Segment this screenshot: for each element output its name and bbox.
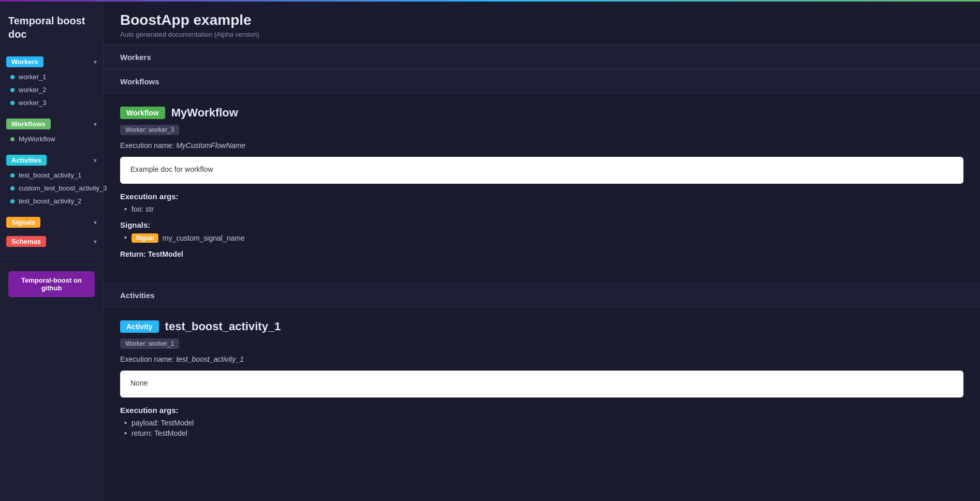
- activities-section-header: Activities: [104, 283, 980, 307]
- workflow-name: MyWorkflow: [171, 106, 238, 120]
- sidebar-item-label: worker_3: [19, 99, 46, 107]
- sidebar-badge-activities: Activities: [6, 155, 47, 166]
- dot-icon: [10, 173, 14, 178]
- main-content: BoostApp example Auto generated document…: [104, 2, 980, 501]
- activity-doc-box: None: [120, 371, 963, 397]
- execution-name-value: test_boost_activity_1: [176, 355, 244, 363]
- chevron-down-icon: ▾: [94, 121, 97, 128]
- sidebar-section-activities: Activities ▾ test_boost_activity_1 custo…: [0, 152, 103, 212]
- sidebar-item-worker2[interactable]: worker_2: [4, 83, 99, 96]
- dot-icon: [10, 88, 14, 92]
- execution-arg-item: return: TestModel: [124, 429, 963, 437]
- worker-badge: Worker: worker_3: [120, 125, 179, 135]
- signal-name: my_custom_signal_name: [163, 234, 245, 242]
- sidebar-items-workflows: MyWorkflow: [0, 132, 103, 150]
- sidebar-section-header-signals[interactable]: Signals ▾: [0, 214, 103, 231]
- sidebar-badge-workflows: Workflows: [6, 119, 51, 129]
- sidebar-badge-signals: Signals: [6, 217, 40, 228]
- execution-args-list: foo: str: [120, 205, 963, 213]
- workflows-section-header: Workflows: [104, 69, 980, 94]
- sidebar: Temporal boost doc Workers ▾ worker_1 wo…: [0, 2, 104, 501]
- workflow-type-badge: Workflow: [120, 107, 165, 119]
- card-title-row: Activity test_boost_activity_1: [120, 320, 963, 333]
- execution-name: Execution name: test_boost_activity_1: [120, 355, 963, 363]
- app-title: BoostApp example: [120, 12, 963, 28]
- execution-args-list: payload: TestModel return: TestModel: [120, 419, 963, 437]
- activity-name: test_boost_activity_1: [165, 320, 281, 333]
- chevron-down-icon: ▾: [94, 238, 97, 245]
- execution-args-label: Execution args:: [120, 406, 963, 415]
- activities-content: Activity test_boost_activity_1 Worker: w…: [104, 307, 980, 462]
- dot-icon: [10, 137, 14, 141]
- sidebar-section-workers: Workers ▾ worker_1 worker_2 worker_3: [0, 53, 103, 113]
- sidebar-item-activity1[interactable]: test_boost_activity_1: [4, 169, 99, 182]
- card-title-row: Workflow MyWorkflow: [120, 106, 963, 120]
- sidebar-item-label: custom_test_boost_activity_3: [19, 184, 107, 192]
- sidebar-badge-schemas: Schemas: [6, 236, 46, 247]
- sidebar-item-myworkflow[interactable]: MyWorkflow: [4, 132, 99, 145]
- execution-args-label: Execution args:: [120, 192, 963, 201]
- dot-icon: [10, 186, 14, 190]
- sidebar-section-header-schemas[interactable]: Schemas ▾: [0, 233, 103, 250]
- dot-icon: [10, 101, 14, 105]
- app-header: BoostApp example Auto generated document…: [104, 2, 980, 45]
- workflows-content: Workflow MyWorkflow Worker: worker_3 Exe…: [104, 94, 980, 283]
- sidebar-item-worker3[interactable]: worker_3: [4, 96, 99, 109]
- execution-name: Execution name: MyCustomFlowName: [120, 141, 963, 150]
- sidebar-item-worker1[interactable]: worker_1: [4, 70, 99, 83]
- sidebar-section-schemas: Schemas ▾: [0, 233, 103, 250]
- sidebar-item-label: MyWorkflow: [19, 135, 55, 143]
- execution-arg-item: payload: TestModel: [124, 419, 963, 427]
- execution-name-value: MyCustomFlowName: [176, 141, 245, 150]
- sidebar-items-activities: test_boost_activity_1 custom_test_boost_…: [0, 169, 103, 212]
- sidebar-item-activity2[interactable]: test_boost_activity_2: [4, 195, 99, 208]
- chevron-down-icon: ▾: [94, 58, 97, 66]
- sidebar-item-label: worker_2: [19, 86, 46, 94]
- sidebar-items-workers: worker_1 worker_2 worker_3: [0, 70, 103, 113]
- chevron-down-icon: ▾: [94, 157, 97, 164]
- sidebar-section-workflows: Workflows ▾ MyWorkflow: [0, 115, 103, 150]
- worker-badge: Worker: worker_1: [120, 338, 179, 349]
- sidebar-section-header-workflows[interactable]: Workflows ▾: [0, 115, 103, 132]
- dot-icon: [10, 75, 14, 79]
- signal-badge: Signal: [131, 233, 158, 243]
- sidebar-divider: [0, 258, 103, 259]
- sidebar-title: Temporal boost doc: [0, 10, 103, 53]
- workers-section-header: Workers: [104, 45, 980, 69]
- signal-item: Signal my_custom_signal_name: [124, 233, 963, 243]
- sidebar-item-label: worker_1: [19, 73, 46, 81]
- return-line: Return: TestModel: [120, 250, 963, 258]
- sidebar-item-label: test_boost_activity_2: [19, 197, 81, 205]
- github-button[interactable]: Temporal-boost on github: [8, 271, 95, 297]
- app-subtitle: Auto generated documentation (Alpha vers…: [120, 31, 963, 38]
- sidebar-section-header-activities[interactable]: Activities ▾: [0, 152, 103, 169]
- dot-icon: [10, 199, 14, 203]
- workflow-doc-box: Example doc for workflow: [120, 157, 963, 184]
- sidebar-section-signals: Signals ▾: [0, 214, 103, 231]
- execution-arg-item: foo: str: [124, 205, 963, 213]
- activity-type-badge: Activity: [120, 320, 159, 333]
- activity-card-1: Activity test_boost_activity_1 Worker: w…: [120, 320, 963, 437]
- sidebar-item-label: test_boost_activity_1: [19, 171, 81, 179]
- chevron-down-icon: ▾: [94, 219, 97, 226]
- signal-item-content: Signal my_custom_signal_name: [131, 233, 245, 243]
- workflow-card-myworkflow: Workflow MyWorkflow Worker: worker_3 Exe…: [120, 106, 963, 258]
- signals-label: Signals:: [120, 220, 963, 229]
- signals-list: Signal my_custom_signal_name: [120, 233, 963, 243]
- sidebar-badge-workers: Workers: [6, 56, 43, 67]
- sidebar-item-activity3[interactable]: custom_test_boost_activity_3: [4, 182, 99, 195]
- sidebar-section-header-workers[interactable]: Workers ▾: [0, 53, 103, 70]
